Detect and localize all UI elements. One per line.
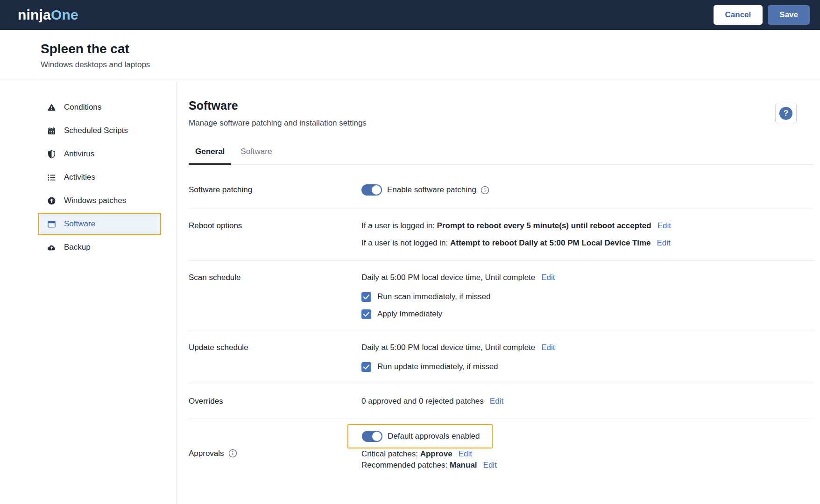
critical-patches-line: Critical patches: Approve Edit [361,448,814,460]
info-icon[interactable] [481,186,489,195]
apply-immediately-option: Apply Immediately [361,308,814,320]
row-label: Scan schedule [189,272,361,320]
scan-schedule-edit-link[interactable]: Edit [541,272,555,283]
approvals-row: Approvals Default approvals enabled Crit… [189,419,814,490]
update-schedule-row: Update schedule Daily at 5:00 PM local d… [189,330,814,384]
recommended-patches-line: Recommended patches: Manual Edit [361,460,814,471]
scan-schedule-row: Scan schedule Daily at 5:00 PM local dev… [189,261,814,330]
critical-patches-edit-link[interactable]: Edit [459,448,472,460]
sidebar-item-scheduled-scripts[interactable]: Scheduled Scripts [38,119,161,142]
logo-text-ninja: ninja [18,7,51,22]
question-mark-icon: ? [779,107,792,120]
reboot-logged-in-edit-link[interactable]: Edit [657,220,671,231]
software-patching-toggle[interactable] [361,184,382,196]
ninjaone-logo: ninjaOne [18,7,78,23]
logo-text-one: One [51,7,78,22]
toggle-knob [372,432,382,441]
sidebar-item-label: Antivirus [64,149,94,159]
circle-arrow-up-icon [47,196,56,205]
info-icon[interactable] [228,449,237,458]
row-label: Overrides [189,396,361,407]
sidebar-item-activities[interactable]: Activities [38,166,161,189]
reboot-logged-in-line: If a user is logged in: Prompt to reboot… [361,220,814,231]
tab-general[interactable]: General [189,147,231,164]
toggle-label: Enable software patching [387,184,476,196]
top-bar: ninjaOne Cancel Save [0,0,820,30]
overrides-edit-link[interactable]: Edit [490,396,503,407]
sidebar-item-software[interactable]: Software [38,213,161,235]
section-title: Software [189,99,820,112]
sidebar-item-antivirus[interactable]: Antivirus [38,143,161,165]
reboot-options-row: Reboot options If a user is logged in: P… [189,209,814,261]
content-layout: Conditions Scheduled Scripts Antivirus A… [0,81,820,504]
software-patching-row: Software patching Enable software patchi… [189,165,814,209]
recommended-patches-edit-link[interactable]: Edit [483,460,497,471]
sidebar-item-label: Backup [64,243,91,252]
sidebar-item-label: Software [64,219,95,229]
settings-rows: Software patching Enable software patchi… [189,165,814,490]
run-scan-missed-option: Run scan immediately, if missed [361,291,814,302]
sidebar-item-label: Activities [64,173,95,182]
apply-immediately-checkbox[interactable] [361,309,371,319]
default-approvals-toggle[interactable] [362,431,382,442]
page-header: Spleen the cat Windows desktops and lapt… [0,30,820,81]
shield-icon [47,150,56,159]
window-icon [47,220,56,229]
sidebar-item-label: Windows patches [64,196,126,205]
page-subtitle: Windows desktops and laptops [41,60,820,70]
settings-sidebar: Conditions Scheduled Scripts Antivirus A… [0,81,177,504]
cloud-upload-icon [47,243,56,252]
section-subtitle: Manage software patching and installatio… [189,119,820,128]
sidebar-item-label: Scheduled Scripts [64,126,128,135]
update-schedule-edit-link[interactable]: Edit [541,342,555,353]
toggle-knob [372,185,381,195]
run-update-missed-option: Run update immediately, if missed [361,361,814,372]
reboot-not-logged-in-edit-link[interactable]: Edit [657,238,670,249]
page-title: Spleen the cat [41,42,820,56]
row-label: Software patching [189,184,361,196]
list-icon [47,173,56,182]
help-button[interactable]: ? [775,103,797,124]
sidebar-item-backup[interactable]: Backup [38,236,161,259]
reboot-not-logged-in-line: If a user is not logged in: Attempt to r… [361,238,814,249]
sidebar-item-label: Conditions [64,103,101,112]
topbar-actions: Cancel Save [714,5,810,25]
sidebar-item-windows-patches[interactable]: Windows patches [38,189,161,212]
row-label: Reboot options [189,220,361,249]
tab-software[interactable]: Software [234,147,278,164]
run-update-missed-checkbox[interactable] [361,362,371,372]
cancel-button[interactable]: Cancel [714,5,763,25]
toggle-label: Default approvals enabled [388,432,480,441]
run-scan-missed-checkbox[interactable] [361,292,371,302]
overrides-row: Overrides 0 approved and 0 rejected patc… [189,384,814,419]
sidebar-item-conditions[interactable]: Conditions [38,96,161,119]
row-label: Update schedule [189,342,361,372]
default-approvals-highlight-box: Default approvals enabled [347,424,493,448]
tab-bar: General Software [189,147,814,165]
row-label: Approvals [189,424,361,471]
calendar-icon [47,126,56,135]
software-settings-panel: ? Software Manage software patching and … [177,81,820,504]
warning-triangle-icon [47,103,56,112]
save-button[interactable]: Save [768,5,810,25]
